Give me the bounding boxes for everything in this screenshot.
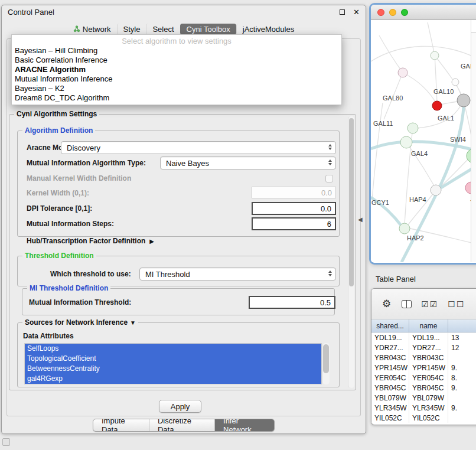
mi-threshold-input[interactable]: 0.5	[249, 296, 335, 309]
network-node[interactable]	[407, 123, 418, 133]
zoom-window-icon[interactable]	[401, 9, 408, 16]
algorithm-option-mutual-information-inference[interactable]: Mutual Information Inference	[12, 74, 341, 84]
clear-checkboxes-icon[interactable]: ☐☐	[448, 299, 465, 309]
tab-label: Style	[123, 25, 141, 34]
algorithm-dropdown-placeholder: Select algorithm to view settings	[12, 36, 341, 46]
network-node[interactable]	[400, 136, 412, 148]
dpi-tolerance-label: DPI Tolerance [0,1]:	[27, 204, 92, 213]
select-all-checkboxes-icon[interactable]: ☑☑	[421, 299, 438, 309]
tab-style[interactable]: Style	[117, 24, 146, 35]
mi-algorithm-type-select[interactable]: Naive Bayes	[160, 156, 336, 169]
tab-jactivemodules[interactable]: jActiveModules	[236, 24, 300, 35]
column-header-1[interactable]: shared...	[371, 319, 409, 332]
algorithm-option-aracne-algorithm[interactable]: ARACNE Algorithm	[12, 65, 341, 74]
network-node-label: HAP2	[407, 234, 424, 242]
minimize-window-icon[interactable]	[389, 9, 396, 16]
table-row[interactable]: YIL052CYIL052C	[371, 413, 476, 423]
columns-icon[interactable]	[402, 300, 412, 308]
table-cell: YER054C	[371, 373, 409, 383]
network-node[interactable]	[452, 79, 459, 86]
cyni-settings-group-title: Cyni Algorithm Settings	[14, 110, 99, 118]
settings-scrollbar[interactable]	[348, 116, 354, 388]
tab-network[interactable]: Network	[67, 24, 117, 35]
combo-arrows-icon	[328, 159, 332, 165]
network-node[interactable]	[431, 185, 441, 195]
network-scrollbar-button[interactable]	[471, 20, 476, 33]
network-node[interactable]	[399, 223, 410, 234]
resize-grip[interactable]	[2, 438, 10, 446]
mi-threshold-label: Mutual Information Threshold:	[29, 298, 131, 306]
table-row[interactable]: YBL079WYBL079W	[371, 393, 476, 403]
splitter-collapse-button[interactable]: ◀	[358, 216, 363, 223]
tab-select[interactable]: Select	[146, 24, 180, 35]
algorithm-option-bayesian-hill-climbing[interactable]: Bayesian – Hill Climbing	[12, 46, 341, 56]
algorithm-option-bayesian-k2[interactable]: Bayesian – K2	[12, 84, 341, 93]
float-panel-button[interactable]	[340, 9, 345, 15]
settings-scrollbar-thumb[interactable]	[349, 118, 354, 286]
network-node[interactable]	[398, 68, 407, 77]
aracne-mode-select[interactable]: Discovery	[61, 141, 336, 154]
network-node-label: GAL10	[433, 88, 454, 95]
data-attribute-item-topologicalcoefficient[interactable]: TopologicalCoefficient	[25, 354, 321, 364]
network-node-label: GCY1	[371, 199, 389, 206]
table-cell: YIL052C	[409, 413, 448, 423]
data-attributes-list[interactable]: SelfLoopsTopologicalCoefficientBetweenne…	[24, 343, 322, 384]
table-row[interactable]: YDR27...YDR27...12	[371, 343, 476, 353]
table-cell: 9.	[448, 403, 476, 413]
hub-definition-toggle[interactable]: Hub/Transcription Factor Definition ▶	[27, 237, 154, 245]
table-header-row: shared...name	[371, 319, 476, 332]
network-graph[interactable]: GAL80GAL10GAL11GAL1SWI4GAL4GCY1HAP4HAP2G…	[371, 20, 476, 262]
column-header-3[interactable]	[448, 319, 476, 332]
table-panel-title: Table Panel	[376, 275, 416, 283]
mi-threshold-group-title: MI Threshold Definition	[27, 284, 110, 292]
algorithm-option-dream8-dc-tdc-algorithm[interactable]: Dream8 DC_TDC Algorithm	[12, 93, 341, 103]
column-header-2[interactable]: name	[409, 319, 448, 332]
bottom-tab-discretize-data[interactable]: Discretize Data	[149, 419, 214, 431]
bottom-tab-infer-network[interactable]: Infer Network	[214, 419, 274, 431]
mi-steps-input[interactable]: 6	[252, 217, 336, 230]
network-node[interactable]	[431, 51, 439, 60]
sources-group-title[interactable]: Sources for Network Inference ▼	[22, 318, 138, 327]
data-attribute-item-betweennesscentrality[interactable]: BetweennessCentrality	[25, 364, 321, 374]
which-threshold-value: MI Threshold	[145, 270, 190, 279]
network-node[interactable]	[457, 94, 470, 107]
dpi-tolerance-input[interactable]: 0.0	[252, 202, 336, 215]
combo-arrows-icon	[328, 144, 332, 150]
bottom-tab-impute-data[interactable]: Impute Data	[93, 419, 149, 431]
attributes-scrollbar-thumb[interactable]	[323, 344, 329, 373]
table-row[interactable]: YPR145WYPR145W9.	[371, 363, 476, 373]
algorithm-option-basic-correlation-inference[interactable]: Basic Correlation Inference	[12, 56, 341, 65]
mi-algorithm-type-value: Naive Bayes	[166, 159, 209, 168]
data-attribute-item-gal4rgexp[interactable]: gal4RGexp	[25, 374, 321, 384]
table-row[interactable]: YDL19...YDL19...13	[371, 332, 476, 343]
table-cell: 9.	[448, 363, 476, 373]
which-threshold-select[interactable]: MI Threshold	[139, 268, 336, 281]
table-cell: 8.	[448, 373, 476, 383]
data-attribute-item-selfloops[interactable]: SelfLoops	[25, 344, 321, 354]
gear-icon[interactable]: ⚙	[382, 298, 392, 310]
network-canvas[interactable]: GAL80GAL10GAL11GAL1SWI4GAL4GCY1HAP4HAP2G…	[371, 20, 476, 262]
apply-button[interactable]: Apply	[159, 400, 201, 413]
network-node[interactable]	[432, 101, 442, 110]
network-scrollbar[interactable]	[471, 20, 476, 262]
table-row[interactable]: YLR345WYLR345W9.	[371, 403, 476, 413]
tab-cyni-toolbox[interactable]: Cyni Toolbox	[180, 24, 236, 35]
kernel-width-input[interactable]: 0.0	[252, 187, 336, 198]
expand-arrow-icon: ▶	[149, 238, 154, 244]
manual-kernel-width-checkbox[interactable]	[325, 175, 333, 182]
table-row[interactable]: YBR045CYBR045C9.	[371, 383, 476, 393]
algorithm-options-list: Bayesian – Hill ClimbingBasic Correlatio…	[12, 46, 341, 103]
tab-label: Select	[152, 25, 174, 34]
table-row[interactable]: YER054CYER054C8.	[371, 373, 476, 383]
close-window-icon[interactable]	[377, 9, 384, 16]
kernel-width-label: Kernel Width (0,1):	[27, 189, 89, 197]
attributes-scrollbar[interactable]	[322, 343, 330, 384]
network-edge	[403, 73, 437, 105]
table-row[interactable]: YBR043CYBR043C	[371, 353, 476, 363]
close-panel-button[interactable]: ✕	[353, 8, 360, 17]
table-cell	[448, 393, 476, 403]
tab-label: Network	[83, 25, 111, 34]
network-window-titlebar[interactable]	[371, 5, 476, 20]
network-node-label: GAL11	[373, 120, 393, 127]
aracne-mode-value: Discovery	[67, 144, 100, 152]
